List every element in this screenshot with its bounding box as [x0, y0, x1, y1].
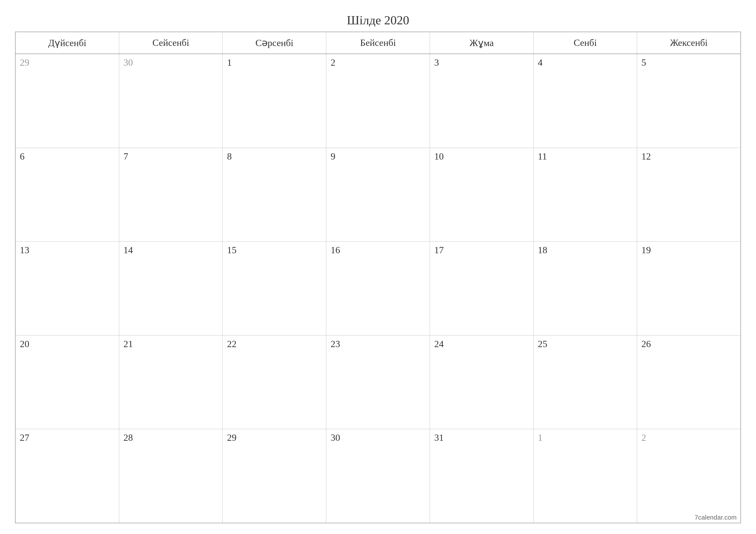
week-row: 20212223242526 — [15, 336, 741, 429]
day-cell: 14 — [119, 242, 223, 335]
day-cell: 5 — [637, 54, 741, 148]
day-cell: 3 — [430, 54, 534, 148]
day-cell: 23 — [326, 336, 430, 429]
footer-credit: 7calendar.com — [694, 514, 737, 521]
day-cell: 10 — [430, 148, 534, 242]
day-cell: 16 — [326, 242, 430, 335]
day-cell: 4 — [534, 54, 637, 148]
calendar-grid: Дүйсенбі Сейсенбі Сәрсенбі Бейсенбі Жұма… — [15, 32, 741, 523]
day-cell: 17 — [430, 242, 534, 335]
day-cell: 21 — [119, 336, 223, 429]
day-cell: 25 — [534, 336, 637, 429]
weekday-header: Жұма — [430, 32, 534, 54]
weekday-header-row: Дүйсенбі Сейсенбі Сәрсенбі Бейсенбі Жұма… — [15, 32, 741, 54]
weekday-header: Бейсенбі — [326, 32, 430, 54]
weekday-header: Сәрсенбі — [223, 32, 326, 54]
day-cell: 11 — [534, 148, 637, 242]
day-cell: 28 — [119, 429, 223, 523]
day-cell: 2 — [326, 54, 430, 148]
day-cell: 29 — [223, 429, 326, 523]
day-cell: 31 — [430, 429, 534, 523]
day-cell: 7 — [119, 148, 223, 242]
day-cell: 30 — [326, 429, 430, 523]
day-cell: 6 — [15, 148, 119, 242]
calendar-weeks: 2930123456789101112131415161718192021222… — [15, 54, 741, 523]
day-cell: 15 — [223, 242, 326, 335]
day-cell: 24 — [430, 336, 534, 429]
day-cell: 19 — [637, 242, 741, 335]
day-cell: 29 — [15, 54, 119, 148]
day-cell: 26 — [637, 336, 741, 429]
day-cell: 18 — [534, 242, 637, 335]
weekday-header: Жексенбі — [637, 32, 741, 54]
week-row: 293012345 — [15, 54, 741, 148]
week-row: 272829303112 — [15, 429, 741, 523]
day-cell: 27 — [15, 429, 119, 523]
day-cell: 8 — [223, 148, 326, 242]
day-cell: 20 — [15, 336, 119, 429]
day-cell: 13 — [15, 242, 119, 335]
weekday-header: Дүйсенбі — [15, 32, 119, 54]
week-row: 6789101112 — [15, 148, 741, 242]
day-cell: 1 — [223, 54, 326, 148]
weekday-header: Сейсенбі — [119, 32, 223, 54]
day-cell: 12 — [637, 148, 741, 242]
day-cell: 22 — [223, 336, 326, 429]
day-cell: 2 — [637, 429, 741, 523]
calendar-title: Шілде 2020 — [15, 13, 741, 27]
week-row: 13141516171819 — [15, 242, 741, 336]
weekday-header: Сенбі — [534, 32, 637, 54]
day-cell: 30 — [119, 54, 223, 148]
day-cell: 9 — [326, 148, 430, 242]
day-cell: 1 — [534, 429, 637, 523]
